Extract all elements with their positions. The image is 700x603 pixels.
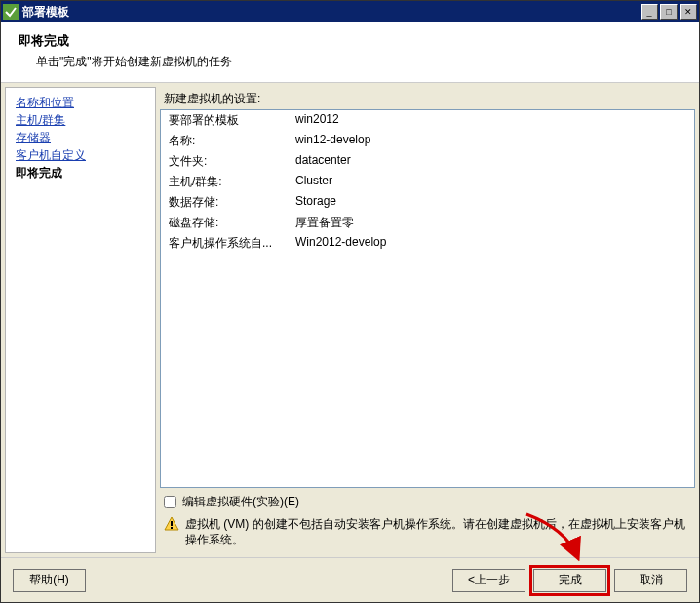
sidebar-step-name-location[interactable]: 名称和位置 bbox=[16, 94, 145, 111]
settings-table: 要部署的模板win2012 名称:win12-develop 文件夹:datac… bbox=[161, 110, 694, 254]
close-button[interactable]: ✕ bbox=[680, 4, 697, 20]
warning-icon bbox=[164, 516, 179, 532]
cancel-button[interactable]: 取消 bbox=[614, 569, 687, 592]
warning-text: 虚拟机 (VM) 的创建不包括自动安装客户机操作系统。请在创建虚拟机后，在虚拟机… bbox=[185, 516, 691, 547]
row-guest-os: 客户机操作系统自...Win2012-develop bbox=[161, 233, 694, 254]
warning-row: 虚拟机 (VM) 的创建不包括自动安装客户机操作系统。请在创建虚拟机后，在虚拟机… bbox=[164, 516, 691, 547]
settings-heading: 新建虚拟机的设置: bbox=[160, 87, 695, 109]
title-bar: 部署模板 _ □ ✕ bbox=[1, 1, 699, 22]
row-template: 要部署的模板win2012 bbox=[161, 110, 694, 131]
row-disk-provision: 磁盘存储:厚置备置零 bbox=[161, 213, 694, 233]
settings-summary-box: 要部署的模板win2012 名称:win12-develop 文件夹:datac… bbox=[160, 109, 695, 488]
window-controls: _ □ ✕ bbox=[641, 4, 697, 20]
maximize-button[interactable]: □ bbox=[660, 4, 678, 20]
edit-hardware-checkbox[interactable] bbox=[164, 496, 176, 508]
minimize-button[interactable]: _ bbox=[641, 4, 658, 20]
dialog-window: 部署模板 _ □ ✕ 即将完成 单击"完成"将开始创建新虚拟机的任务 名称和位置… bbox=[0, 0, 700, 603]
finish-button[interactable]: 完成 bbox=[533, 569, 606, 592]
main-area: 名称和位置 主机/群集 存储器 客户机自定义 即将完成 新建虚拟机的设置: 要部… bbox=[1, 83, 699, 557]
help-button[interactable]: 帮助(H) bbox=[13, 569, 86, 592]
dialog-footer: 帮助(H) <上一步 完成 取消 bbox=[1, 557, 699, 602]
edit-hardware-checkbox-row[interactable]: 编辑虚拟硬件(实验)(E) bbox=[164, 494, 691, 510]
sidebar-step-storage[interactable]: 存储器 bbox=[16, 129, 145, 146]
header-title: 即将完成 bbox=[19, 32, 681, 50]
svg-rect-0 bbox=[3, 4, 19, 20]
sidebar-step-host-cluster[interactable]: 主机/群集 bbox=[16, 111, 145, 129]
row-name: 名称:win12-develop bbox=[161, 131, 694, 151]
header-pane: 即将完成 单击"完成"将开始创建新虚拟机的任务 bbox=[1, 22, 699, 83]
content-column: 新建虚拟机的设置: 要部署的模板win2012 名称:win12-develop… bbox=[156, 83, 699, 557]
header-subtitle: 单击"完成"将开始创建新虚拟机的任务 bbox=[19, 54, 681, 70]
svg-rect-3 bbox=[171, 527, 173, 529]
back-button[interactable]: <上一步 bbox=[452, 569, 525, 592]
row-folder: 文件夹:datacenter bbox=[161, 151, 694, 172]
row-datastore: 数据存储:Storage bbox=[161, 192, 694, 213]
edit-hardware-label: 编辑虚拟硬件(实验)(E) bbox=[182, 494, 299, 510]
lower-options: 编辑虚拟硬件(实验)(E) 虚拟机 (VM) 的创建不包括自动安装客户机操作系统… bbox=[160, 488, 695, 553]
app-icon bbox=[3, 4, 19, 20]
sidebar-step-ready: 即将完成 bbox=[16, 164, 145, 181]
row-host-cluster: 主机/群集:Cluster bbox=[161, 172, 694, 192]
sidebar-step-guest-custom[interactable]: 客户机自定义 bbox=[16, 146, 145, 164]
window-title: 部署模板 bbox=[22, 4, 641, 20]
svg-rect-2 bbox=[171, 521, 173, 526]
wizard-steps-sidebar: 名称和位置 主机/群集 存储器 客户机自定义 即将完成 bbox=[5, 87, 156, 553]
